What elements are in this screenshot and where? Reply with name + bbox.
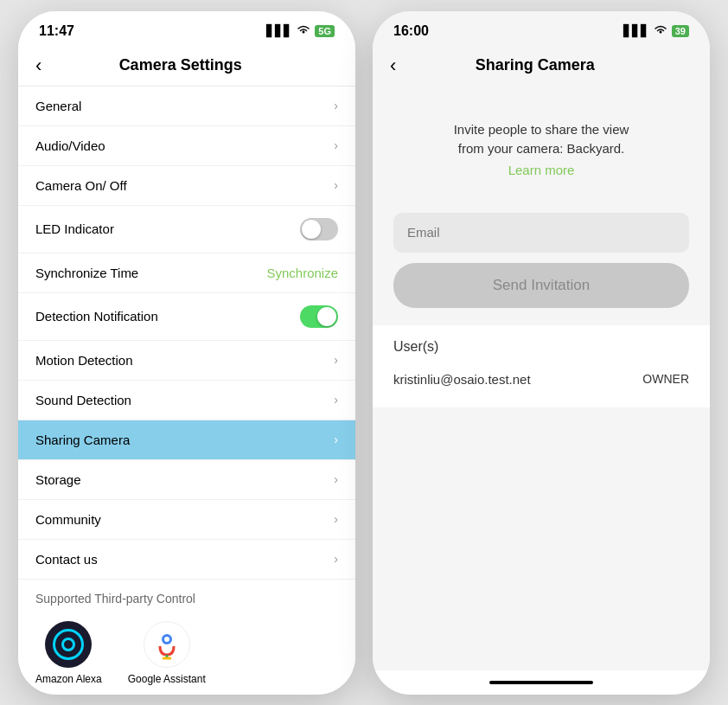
users-section: User(s) kristinliu@osaio.test.net OWNER xyxy=(373,325,710,407)
detection-notification-label: Detection Notification xyxy=(35,309,158,324)
left-nav-title: Camera Settings xyxy=(50,56,310,74)
google-assistant-label: Google Assistant xyxy=(128,673,206,685)
settings-item-sound-detection[interactable]: Sound Detection › xyxy=(18,381,355,420)
synchronize-action[interactable]: Synchronize xyxy=(266,266,338,280)
synchronize-time-label: Synchronize Time xyxy=(35,266,138,280)
settings-item-contact-us[interactable]: Contact us › xyxy=(18,540,355,580)
motion-detection-chevron: › xyxy=(334,353,338,367)
alexa-icon xyxy=(45,621,92,668)
settings-item-community[interactable]: Community › xyxy=(18,500,355,540)
settings-item-storage[interactable]: Storage › xyxy=(18,460,355,500)
general-chevron: › xyxy=(334,99,338,112)
led-indicator-label: LED Indicator xyxy=(35,221,114,236)
right-wifi-icon xyxy=(654,24,667,37)
contact-us-label: Contact us xyxy=(35,552,98,567)
user-role: OWNER xyxy=(642,372,689,386)
google-assistant-item[interactable]: Google Assistant xyxy=(128,621,206,685)
right-signal-icon: ▋▋▋ xyxy=(623,24,649,37)
left-nav-bar: ‹ Camera Settings xyxy=(18,46,355,87)
community-label: Community xyxy=(35,512,101,527)
settings-item-led-indicator: LED Indicator xyxy=(18,206,355,253)
settings-item-synchronize-time: Synchronize Time Synchronize xyxy=(18,253,355,293)
storage-chevron: › xyxy=(334,472,338,486)
left-battery: 5G xyxy=(315,25,335,37)
user-row: kristinliu@osaio.test.net OWNER xyxy=(393,365,689,394)
alexa-item[interactable]: Amazon Alexa xyxy=(35,621,102,685)
alexa-label: Amazon Alexa xyxy=(35,673,102,685)
settings-list: General › Audio/Video › Camera On/ Off ›… xyxy=(18,87,355,695)
detection-toggle-knob xyxy=(317,307,336,326)
motion-detection-label: Motion Detection xyxy=(35,353,133,368)
settings-item-general[interactable]: General › xyxy=(18,87,355,126)
right-battery: 39 xyxy=(672,25,689,37)
detection-notification-toggle[interactable] xyxy=(300,305,338,328)
audio-video-chevron: › xyxy=(334,138,338,152)
community-chevron: › xyxy=(334,512,338,526)
settings-item-sharing-camera[interactable]: Sharing Camera › xyxy=(18,420,355,460)
storage-label: Storage xyxy=(35,472,81,487)
learn-more-link[interactable]: Learn more xyxy=(508,163,575,177)
svg-point-3 xyxy=(164,637,169,642)
general-label: General xyxy=(35,99,81,113)
led-toggle-knob xyxy=(302,220,321,239)
user-email: kristinliu@osaio.test.net xyxy=(393,372,531,387)
left-status-icons: ▋▋▋ 5G xyxy=(266,24,335,37)
google-assistant-icon xyxy=(144,621,190,668)
sharing-camera-chevron: › xyxy=(334,433,338,446)
right-status-bar: 16:00 ▋▋▋ 39 xyxy=(373,11,710,46)
email-input[interactable] xyxy=(407,225,675,240)
camera-on-off-chevron: › xyxy=(334,178,338,192)
invite-section: Invite people to share the viewfrom your… xyxy=(373,103,710,195)
sharing-camera-label: Sharing Camera xyxy=(35,433,130,447)
wifi-icon xyxy=(297,24,310,37)
left-phone: 11:47 ▋▋▋ 5G ‹ Camera Settings xyxy=(18,11,355,695)
alexa-inner xyxy=(61,638,75,651)
third-party-icons: Amazon Alexa Google Assis xyxy=(18,612,355,695)
right-back-button[interactable]: ‹ xyxy=(390,54,396,77)
left-back-button[interactable]: ‹ xyxy=(35,54,42,77)
settings-item-camera-on-off[interactable]: Camera On/ Off › xyxy=(18,166,355,206)
settings-item-audio-video[interactable]: Audio/Video › xyxy=(18,126,355,166)
signal-icon: ▋▋▋ xyxy=(266,24,292,37)
right-phone: 16:00 ▋▋▋ 39 ‹ Sharing Camera xyxy=(373,11,710,695)
sound-detection-label: Sound Detection xyxy=(35,393,131,407)
settings-item-motion-detection[interactable]: Motion Detection › xyxy=(18,341,355,381)
send-invitation-button[interactable]: Send Invitation xyxy=(393,263,689,308)
left-status-bar: 11:47 ▋▋▋ 5G xyxy=(18,11,355,46)
home-bar xyxy=(489,681,593,684)
right-time: 16:00 xyxy=(393,23,429,39)
contact-us-chevron: › xyxy=(334,552,338,566)
led-indicator-toggle[interactable] xyxy=(300,218,338,240)
sound-detection-chevron: › xyxy=(334,393,338,407)
camera-on-off-label: Camera On/ Off xyxy=(35,178,127,193)
invite-text: Invite people to share the viewfrom your… xyxy=(399,120,684,159)
users-label: User(s) xyxy=(393,339,689,355)
right-nav-title: Sharing Camera xyxy=(405,56,665,74)
email-input-wrapper[interactable] xyxy=(393,213,689,253)
alexa-ring xyxy=(53,629,84,660)
right-nav-bar: ‹ Sharing Camera xyxy=(373,46,710,86)
audio-video-label: Audio/Video xyxy=(35,138,105,153)
sharing-content: Invite people to share the viewfrom your… xyxy=(373,86,710,670)
left-time: 11:47 xyxy=(39,23,74,39)
home-indicator xyxy=(373,670,710,695)
right-status-icons: ▋▋▋ 39 xyxy=(623,24,689,37)
third-party-title: Supported Third-party Control xyxy=(18,580,355,612)
settings-item-detection-notification: Detection Notification xyxy=(18,293,355,341)
